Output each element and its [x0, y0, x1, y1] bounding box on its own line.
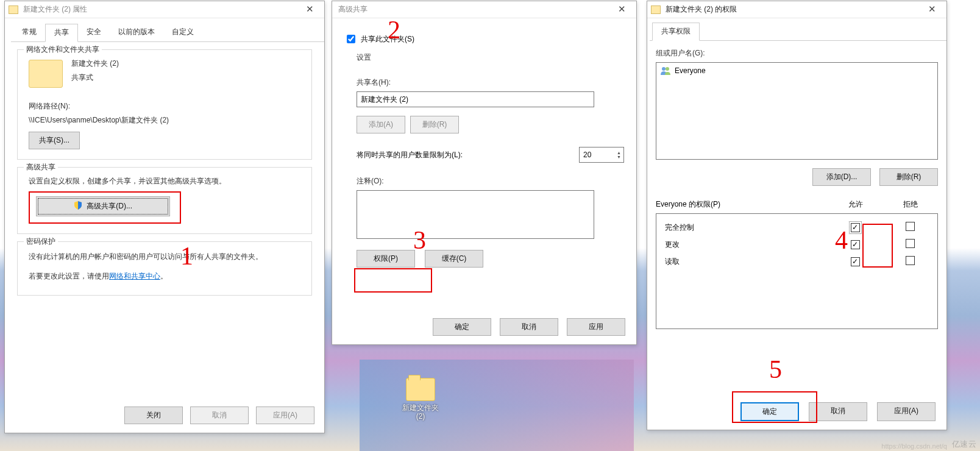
checkbox-input[interactable] [347, 35, 355, 43]
shield-icon [74, 201, 82, 210]
ok-button[interactable]: 确定 [740, 402, 799, 421]
text: 。 [160, 272, 168, 280]
network-path-value: \\ICE\Users\panme\Desktop\新建文件夹 (2) [29, 115, 300, 126]
pwd-line2: 若要更改此设置，请使用网络和共享中心。 [29, 271, 300, 282]
user-limit-spinner[interactable]: ▲▼ [579, 147, 624, 163]
desktop-folder-item[interactable]: 新建文件夹 (2) [390, 378, 451, 421]
apply-button[interactable]: 应用 [567, 318, 625, 336]
perm-label: 读取 [656, 257, 828, 267]
permissions-for-label: Everyone 的权限(P) [656, 199, 828, 210]
group-legend: 网络文件和文件夹共享 [24, 44, 102, 55]
folder-icon [9, 5, 18, 14]
apply-button[interactable]: 应用(A) [877, 402, 936, 421]
share-folder-checkbox[interactable]: 共享此文件夹(S) [344, 33, 414, 45]
permissions-listbox: 完全控制 更改 读取 [656, 213, 938, 329]
allow-header: 允许 [828, 199, 883, 210]
watermark: 亿速云 [952, 439, 977, 450]
annotation-box-1: 高级共享(D)... [29, 191, 181, 224]
add-button[interactable]: 添加(D)... [812, 168, 871, 186]
dialog-actions: 关闭 取消 应用(A) [124, 407, 314, 424]
spinner-input[interactable] [582, 150, 609, 160]
advanced-desc: 设置自定义权限，创建多个共享，并设置其他高级共享选项。 [29, 176, 300, 186]
users-listbox[interactable]: Everyone [656, 62, 938, 160]
advanced-share-button[interactable]: 高级共享(D)... [36, 196, 170, 216]
spinner-arrows[interactable]: ▲▼ [617, 151, 621, 159]
deny-change-checkbox[interactable] [906, 239, 915, 248]
user-limit-label: 将同时共享的用户数量限制为(L): [357, 150, 579, 160]
desktop-folder-label: 新建文件夹 (2) [390, 403, 451, 421]
caching-button[interactable]: 缓存(C) [425, 250, 483, 268]
text: 若要更改此设置，请使用 [29, 272, 109, 280]
perm-row-change: 更改 [656, 236, 937, 253]
tab-previous-versions[interactable]: 以前的版本 [110, 24, 163, 42]
allow-read-checkbox[interactable] [851, 257, 860, 266]
tabs: 共享权限 [650, 22, 946, 41]
cancel-button[interactable]: 取消 [809, 402, 867, 421]
apply-button[interactable]: 应用(A) [256, 407, 314, 424]
perm-row-full-control: 完全控制 [656, 219, 937, 236]
user-name: Everyone [675, 66, 706, 75]
label: 网络路径(N): [29, 102, 70, 110]
window-title: 新建文件夹 (2) 属性 [21, 4, 297, 15]
advanced-sharing-dialog: 高级共享 ✕ 共享此文件夹(S) 设置 共享名(H): 添加(A) 删除(R) … [332, 1, 637, 345]
cancel-button[interactable]: 取消 [190, 407, 249, 424]
permissions-dialog: 新建文件夹 (2) 的权限 ✕ 共享权限 组或用户名(G): Everyone … [647, 1, 947, 430]
comment-label: 注释(O): [357, 176, 624, 186]
group-password-protect: 密码保护 没有此计算机的用户帐户和密码的用户可以访问与所有人共享的文件夹。 若要… [17, 241, 312, 296]
network-center-link[interactable]: 网络和共享中心 [109, 272, 160, 280]
shared-state: 共享式 [29, 73, 300, 83]
window-title: 新建文件夹 (2) 的权限 [663, 4, 920, 15]
close-icon[interactable]: ✕ [609, 2, 634, 17]
ok-button[interactable]: 确定 [433, 318, 491, 336]
close-icon[interactable]: ✕ [297, 2, 322, 17]
tab-customize[interactable]: 自定义 [163, 24, 202, 42]
perm-row-read: 读取 [656, 253, 937, 270]
titlebar[interactable]: 新建文件夹 (2) 的权限 ✕ [647, 1, 946, 18]
add-button[interactable]: 添加(A) [357, 116, 405, 133]
user-row[interactable]: Everyone [660, 65, 934, 76]
titlebar[interactable]: 高级共享 ✕ [332, 1, 636, 18]
folder-icon [651, 5, 661, 14]
tab-general[interactable]: 常规 [13, 24, 45, 42]
folder-icon [406, 378, 435, 401]
close-button[interactable]: 关闭 [124, 407, 183, 424]
button-label: 高级共享(D)... [87, 202, 132, 210]
comment-textarea[interactable] [357, 190, 594, 239]
svg-point-1 [666, 67, 669, 71]
permissions-button[interactable]: 权限(P) [357, 250, 415, 268]
group-advanced-share: 高级共享 设置自定义权限，创建多个共享，并设置其他高级共享选项。 高级共享(D)… [17, 167, 312, 234]
titlebar[interactable]: 新建文件夹 (2) 属性 ✕ [5, 1, 324, 18]
folder-name: 新建文件夹 (2) [29, 59, 300, 69]
tab-share-permissions[interactable]: 共享权限 [652, 23, 700, 41]
watermark-url: https://blog.csdn.net/q [881, 442, 947, 450]
group-legend: 高级共享 [24, 162, 58, 172]
properties-dialog: 新建文件夹 (2) 属性 ✕ 常规 共享 安全 以前的版本 自定义 网络文件和文… [4, 1, 325, 433]
deny-read-checkbox[interactable] [906, 256, 915, 265]
checkbox-label: 共享此文件夹(S) [361, 34, 414, 44]
tab-sharing[interactable]: 共享 [45, 24, 78, 42]
allow-change-checkbox[interactable] [851, 240, 860, 249]
allow-full-control-checkbox[interactable] [851, 223, 860, 232]
cancel-button[interactable]: 取消 [500, 318, 558, 336]
share-button[interactable]: 共享(S)... [29, 132, 80, 149]
users-icon [660, 66, 671, 75]
permissions-header: Everyone 的权限(P) 允许 拒绝 [656, 199, 938, 210]
tabs: 常规 共享 安全 以前的版本 自定义 [11, 23, 324, 42]
remove-button[interactable]: 删除(R) [410, 116, 459, 133]
remove-button[interactable]: 删除(R) [879, 168, 938, 186]
deny-full-control-checkbox[interactable] [906, 222, 915, 231]
window-title: 高级共享 [336, 4, 609, 15]
group-network-share: 网络文件和文件夹共享 新建文件夹 (2) 共享式 网络路径(N): \\ICE\… [17, 49, 312, 160]
dialog-actions: 确定 取消 应用 [433, 318, 625, 336]
folder-icon [29, 60, 63, 88]
svg-point-0 [662, 67, 666, 71]
pwd-line1: 没有此计算机的用户帐户和密码的用户可以访问与所有人共享的文件夹。 [29, 250, 300, 263]
label: 组或用户名(G): [656, 49, 705, 57]
dialog-actions: 确定 取消 应用(A) [647, 402, 946, 421]
groups-users-label: 组或用户名(G): [656, 48, 938, 59]
add-remove-row: 添加(D)... 删除(R) [656, 168, 938, 186]
share-name-input[interactable] [357, 91, 594, 107]
perm-label: 更改 [656, 240, 828, 250]
close-icon[interactable]: ✕ [920, 2, 944, 17]
tab-security[interactable]: 安全 [78, 24, 110, 42]
